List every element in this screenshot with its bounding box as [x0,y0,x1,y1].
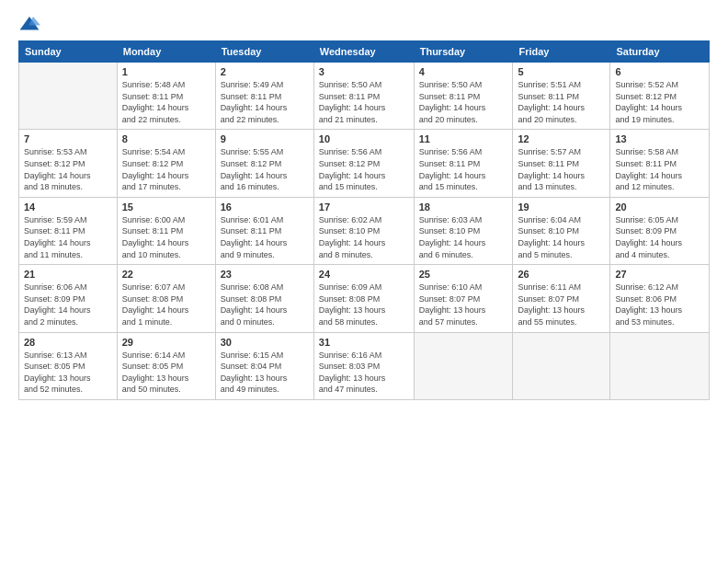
day-info: Sunrise: 5:59 AM Sunset: 8:11 PM Dayligh… [24,214,112,260]
day-info: Sunrise: 5:53 AM Sunset: 8:12 PM Dayligh… [24,146,112,192]
day-number: 25 [419,269,508,280]
calendar-week-row: 7Sunrise: 5:53 AM Sunset: 8:12 PM Daylig… [19,130,710,197]
day-number: 21 [24,269,112,280]
day-header-wednesday: Wednesday [313,41,414,63]
day-number: 10 [319,133,409,144]
day-header-saturday: Saturday [610,41,710,63]
day-info: Sunrise: 6:01 AM Sunset: 8:11 PM Dayligh… [221,214,309,260]
calendar-cell: 26Sunrise: 6:11 AM Sunset: 8:07 PM Dayli… [513,265,610,332]
calendar-cell: 24Sunrise: 6:09 AM Sunset: 8:08 PM Dayli… [313,265,414,332]
day-number: 15 [122,201,210,213]
day-info: Sunrise: 6:15 AM Sunset: 8:04 PM Dayligh… [221,350,309,396]
day-number: 23 [221,269,309,280]
calendar-cell: 13Sunrise: 5:58 AM Sunset: 8:11 PM Dayli… [610,130,710,197]
calendar-cell: 1Sunrise: 5:48 AM Sunset: 8:11 PM Daylig… [117,63,215,130]
day-number: 11 [419,133,508,144]
calendar-cell: 6Sunrise: 5:52 AM Sunset: 8:12 PM Daylig… [610,63,710,130]
day-header-tuesday: Tuesday [215,41,313,63]
day-info: Sunrise: 5:49 AM Sunset: 8:11 PM Dayligh… [221,79,309,125]
day-number: 27 [615,269,704,280]
day-info: Sunrise: 5:50 AM Sunset: 8:11 PM Dayligh… [319,79,409,125]
calendar-cell: 8Sunrise: 5:54 AM Sunset: 8:12 PM Daylig… [117,130,215,197]
page: SundayMondayTuesdayWednesdayThursdayFrid… [0,0,728,563]
calendar-cell: 28Sunrise: 6:13 AM Sunset: 8:05 PM Dayli… [19,332,118,399]
header [18,15,710,33]
calendar-cell [19,63,118,130]
calendar-header-row: SundayMondayTuesdayWednesdayThursdayFrid… [19,41,710,63]
day-info: Sunrise: 6:13 AM Sunset: 8:05 PM Dayligh… [24,350,112,396]
calendar-cell: 2Sunrise: 5:49 AM Sunset: 8:11 PM Daylig… [215,63,313,130]
day-number: 24 [319,269,409,280]
day-number: 30 [221,337,309,348]
calendar-cell [610,332,710,399]
day-number: 6 [615,66,704,77]
day-number: 2 [221,66,309,77]
day-number: 9 [221,133,309,144]
calendar-cell: 20Sunrise: 6:05 AM Sunset: 8:09 PM Dayli… [610,197,710,264]
day-number: 4 [419,66,508,77]
day-number: 3 [319,66,409,77]
calendar-table: SundayMondayTuesdayWednesdayThursdayFrid… [18,40,710,400]
day-number: 28 [24,337,112,348]
calendar-cell: 12Sunrise: 5:57 AM Sunset: 8:11 PM Dayli… [513,130,610,197]
day-number: 16 [221,201,309,213]
calendar-cell: 7Sunrise: 5:53 AM Sunset: 8:12 PM Daylig… [19,130,118,197]
day-number: 8 [122,133,210,144]
calendar-cell: 17Sunrise: 6:02 AM Sunset: 8:10 PM Dayli… [313,197,414,264]
day-info: Sunrise: 6:08 AM Sunset: 8:08 PM Dayligh… [221,282,309,327]
day-number: 19 [518,201,605,213]
day-header-friday: Friday [513,41,610,63]
day-info: Sunrise: 5:56 AM Sunset: 8:11 PM Dayligh… [419,146,508,192]
calendar-week-row: 14Sunrise: 5:59 AM Sunset: 8:11 PM Dayli… [19,197,710,264]
day-number: 5 [518,66,605,77]
calendar-week-row: 1Sunrise: 5:48 AM Sunset: 8:11 PM Daylig… [19,63,710,130]
calendar-cell: 25Sunrise: 6:10 AM Sunset: 8:07 PM Dayli… [414,265,513,332]
day-info: Sunrise: 5:50 AM Sunset: 8:11 PM Dayligh… [419,79,508,125]
calendar-week-row: 28Sunrise: 6:13 AM Sunset: 8:05 PM Dayli… [19,332,710,399]
day-info: Sunrise: 5:52 AM Sunset: 8:12 PM Dayligh… [615,79,704,125]
day-info: Sunrise: 5:56 AM Sunset: 8:12 PM Dayligh… [319,146,409,192]
day-number: 13 [615,133,704,144]
calendar-cell: 16Sunrise: 6:01 AM Sunset: 8:11 PM Dayli… [215,197,313,264]
logo-icon [18,15,40,33]
calendar-cell: 3Sunrise: 5:50 AM Sunset: 8:11 PM Daylig… [313,63,414,130]
calendar-cell: 10Sunrise: 5:56 AM Sunset: 8:12 PM Dayli… [313,130,414,197]
day-info: Sunrise: 6:02 AM Sunset: 8:10 PM Dayligh… [319,214,409,260]
calendar-cell: 29Sunrise: 6:14 AM Sunset: 8:05 PM Dayli… [117,332,215,399]
calendar-cell: 21Sunrise: 6:06 AM Sunset: 8:09 PM Dayli… [19,265,118,332]
day-info: Sunrise: 5:48 AM Sunset: 8:11 PM Dayligh… [122,79,210,125]
day-info: Sunrise: 5:57 AM Sunset: 8:11 PM Dayligh… [518,146,605,192]
calendar-week-row: 21Sunrise: 6:06 AM Sunset: 8:09 PM Dayli… [19,265,710,332]
day-info: Sunrise: 6:14 AM Sunset: 8:05 PM Dayligh… [122,350,210,396]
day-info: Sunrise: 5:55 AM Sunset: 8:12 PM Dayligh… [221,146,309,192]
day-info: Sunrise: 6:05 AM Sunset: 8:09 PM Dayligh… [615,214,704,260]
day-info: Sunrise: 6:11 AM Sunset: 8:07 PM Dayligh… [518,282,605,327]
calendar-cell: 22Sunrise: 6:07 AM Sunset: 8:08 PM Dayli… [117,265,215,332]
calendar-cell [414,332,513,399]
day-number: 22 [122,269,210,280]
day-info: Sunrise: 6:03 AM Sunset: 8:10 PM Dayligh… [419,214,508,260]
day-number: 7 [24,133,112,144]
day-info: Sunrise: 6:12 AM Sunset: 8:06 PM Dayligh… [615,282,704,327]
day-header-thursday: Thursday [414,41,513,63]
calendar-cell: 11Sunrise: 5:56 AM Sunset: 8:11 PM Dayli… [414,130,513,197]
logo [18,15,44,33]
day-number: 26 [518,269,605,280]
calendar-cell: 18Sunrise: 6:03 AM Sunset: 8:10 PM Dayli… [414,197,513,264]
calendar-cell: 4Sunrise: 5:50 AM Sunset: 8:11 PM Daylig… [414,63,513,130]
day-info: Sunrise: 6:09 AM Sunset: 8:08 PM Dayligh… [319,282,409,327]
day-number: 29 [122,337,210,348]
calendar-cell: 9Sunrise: 5:55 AM Sunset: 8:12 PM Daylig… [215,130,313,197]
day-info: Sunrise: 5:58 AM Sunset: 8:11 PM Dayligh… [615,146,704,192]
calendar-cell: 23Sunrise: 6:08 AM Sunset: 8:08 PM Dayli… [215,265,313,332]
day-number: 12 [518,133,605,144]
day-number: 31 [319,337,409,348]
day-info: Sunrise: 5:54 AM Sunset: 8:12 PM Dayligh… [122,146,210,192]
day-number: 17 [319,201,409,213]
day-number: 1 [122,66,210,77]
day-info: Sunrise: 6:16 AM Sunset: 8:03 PM Dayligh… [319,350,409,396]
day-info: Sunrise: 6:06 AM Sunset: 8:09 PM Dayligh… [24,282,112,327]
calendar-cell: 31Sunrise: 6:16 AM Sunset: 8:03 PM Dayli… [313,332,414,399]
calendar-cell [513,332,610,399]
calendar-cell: 15Sunrise: 6:00 AM Sunset: 8:11 PM Dayli… [117,197,215,264]
